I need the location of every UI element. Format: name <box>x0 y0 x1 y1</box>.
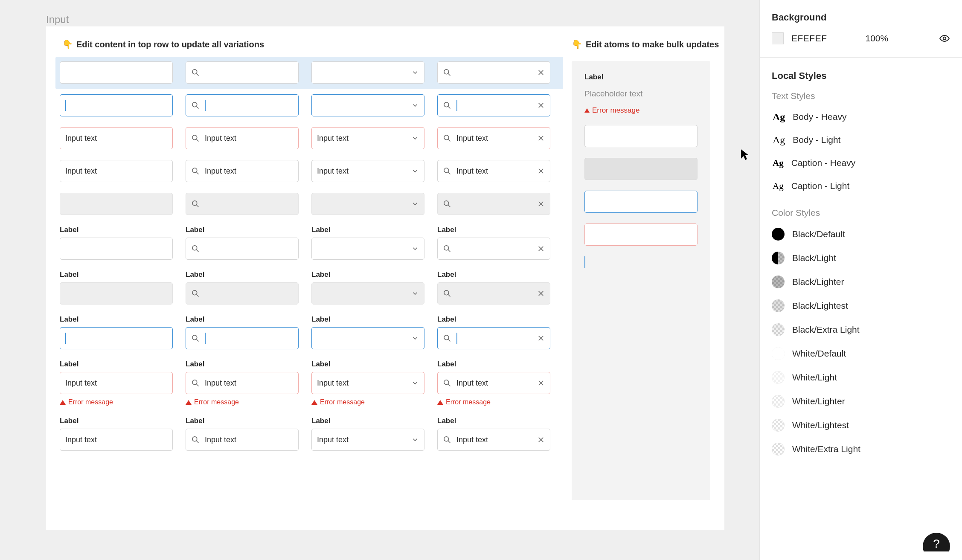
input-disabled[interactable] <box>311 193 424 215</box>
input-text-value: Input text <box>65 379 167 388</box>
input-active[interactable] <box>311 94 424 116</box>
input-default[interactable] <box>311 238 424 260</box>
input-active[interactable] <box>437 327 550 349</box>
svg-point-2 <box>444 70 449 74</box>
input-default[interactable]: Input text <box>60 429 173 451</box>
text-style-preview: Ag <box>773 181 784 192</box>
field-label: Label <box>437 226 550 234</box>
color-swatch <box>772 276 785 288</box>
input-error[interactable]: Input text <box>437 127 550 149</box>
input-default[interactable] <box>186 238 299 260</box>
atom-label-text: Label <box>584 73 698 81</box>
color-style-row[interactable]: Black/Lighter <box>772 270 950 294</box>
chevron-down-icon[interactable] <box>411 200 419 208</box>
background-hex[interactable]: EFEFEF <box>791 33 827 44</box>
clear-icon[interactable] <box>537 290 545 297</box>
svg-line-33 <box>448 250 450 252</box>
clear-icon[interactable] <box>537 134 545 142</box>
input-default[interactable] <box>311 61 424 84</box>
clear-icon[interactable] <box>537 200 545 208</box>
background-swatch[interactable] <box>772 32 784 44</box>
input-default[interactable]: Input text <box>186 429 299 451</box>
atom-input-error[interactable] <box>584 223 698 246</box>
background-row[interactable]: EFEFEF 100% <box>772 32 950 44</box>
color-style-row[interactable]: Black/Extra Light <box>772 318 950 342</box>
input-error[interactable]: Input text <box>311 372 424 394</box>
clear-icon[interactable] <box>537 379 545 387</box>
input-default[interactable]: Input text <box>311 160 424 182</box>
clear-icon[interactable] <box>537 334 545 342</box>
clear-icon[interactable] <box>537 69 545 76</box>
input-error[interactable]: Input text <box>437 372 550 394</box>
chevron-down-icon[interactable] <box>411 290 419 297</box>
input-active[interactable] <box>60 327 173 349</box>
chevron-down-icon[interactable] <box>411 334 419 342</box>
input-default[interactable] <box>186 61 299 84</box>
text-style-row[interactable]: AgBody - Heavy <box>772 105 950 128</box>
input-default[interactable]: Input text <box>311 429 424 451</box>
clear-icon[interactable] <box>537 102 545 109</box>
chevron-down-icon[interactable] <box>411 167 419 175</box>
input-default[interactable] <box>437 238 550 260</box>
input-disabled[interactable] <box>186 193 299 215</box>
input-default[interactable] <box>60 61 173 84</box>
chevron-down-icon[interactable] <box>411 102 419 109</box>
color-style-row[interactable]: Black/Default <box>772 222 950 246</box>
color-style-row[interactable]: Black/Light <box>772 246 950 270</box>
input-error[interactable]: Input text <box>186 127 299 149</box>
chevron-down-icon[interactable] <box>411 379 419 387</box>
input-active[interactable] <box>186 327 299 349</box>
input-error[interactable]: Input text <box>60 372 173 394</box>
input-error[interactable]: Input text <box>60 127 173 149</box>
input-disabled[interactable] <box>60 193 173 215</box>
input-default[interactable]: Input text <box>437 429 550 451</box>
input-text-value: Input text <box>456 134 537 143</box>
chevron-down-icon[interactable] <box>411 69 419 76</box>
input-default[interactable] <box>437 61 550 84</box>
clear-icon[interactable] <box>537 245 545 252</box>
input-disabled[interactable] <box>311 282 424 305</box>
color-style-row[interactable]: Black/Lightest <box>772 294 950 318</box>
input-active[interactable] <box>60 94 173 116</box>
input-error[interactable]: Input text <box>311 127 424 149</box>
input-default[interactable]: Input text <box>60 160 173 182</box>
field-label: Label <box>186 270 299 279</box>
input-default[interactable]: Input text <box>186 160 299 182</box>
chevron-down-icon[interactable] <box>411 436 419 444</box>
variant-row: LabelLabelLabelLabel <box>60 315 559 349</box>
color-style-row[interactable]: White/Lighter <box>772 389 950 413</box>
chevron-down-icon[interactable] <box>411 245 419 252</box>
atom-input-disabled[interactable] <box>584 158 698 180</box>
text-style-name: Body - Heavy <box>793 112 846 122</box>
clear-icon[interactable] <box>537 436 545 444</box>
text-style-row[interactable]: AgCaption - Light <box>772 174 950 197</box>
input-active[interactable] <box>437 94 550 116</box>
color-style-row[interactable]: White/Default <box>772 342 950 366</box>
input-active[interactable] <box>311 327 424 349</box>
color-style-row[interactable]: White/Extra Light <box>772 437 950 461</box>
svg-line-19 <box>197 172 199 174</box>
clear-icon[interactable] <box>537 167 545 175</box>
search-icon <box>443 101 451 110</box>
input-default[interactable] <box>60 238 173 260</box>
input-disabled[interactable] <box>186 282 299 305</box>
input-disabled[interactable] <box>60 282 173 305</box>
input-active[interactable] <box>186 94 299 116</box>
hint-edit-content: 👇Edit content in top row to update all v… <box>62 39 264 49</box>
svg-line-39 <box>448 295 450 297</box>
color-style-row[interactable]: White/Light <box>772 366 950 389</box>
text-cursor <box>205 100 206 111</box>
text-style-row[interactable]: AgBody - Light <box>772 128 950 151</box>
atom-input-active[interactable] <box>584 191 698 213</box>
input-error[interactable]: Input text <box>186 372 299 394</box>
input-disabled[interactable] <box>437 193 550 215</box>
chevron-down-icon[interactable] <box>411 134 419 142</box>
input-disabled[interactable] <box>437 282 550 305</box>
color-style-row[interactable]: White/Lightest <box>772 413 950 437</box>
input-default[interactable]: Input text <box>437 160 550 182</box>
color-swatch <box>772 252 785 264</box>
visibility-toggle-icon[interactable] <box>939 33 950 44</box>
text-style-row[interactable]: AgCaption - Heavy <box>772 151 950 174</box>
atom-input-default[interactable] <box>584 125 698 147</box>
background-opacity[interactable]: 100% <box>866 33 889 44</box>
